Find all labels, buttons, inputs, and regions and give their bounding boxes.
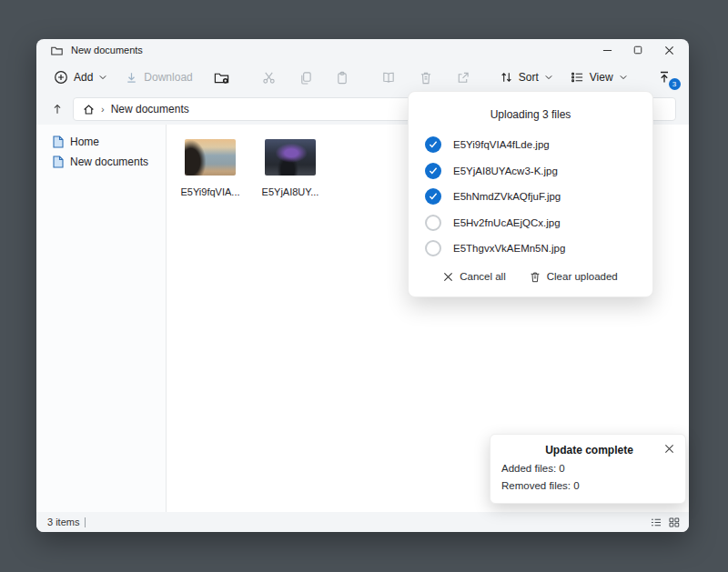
maximize-button[interactable] bbox=[629, 42, 647, 58]
document-icon bbox=[53, 135, 64, 148]
status-divider bbox=[85, 517, 86, 527]
view-button[interactable]: View bbox=[562, 66, 635, 88]
paste-button[interactable] bbox=[325, 66, 359, 89]
sidebar-item-label: New documents bbox=[70, 156, 148, 168]
add-icon bbox=[54, 70, 68, 85]
add-button[interactable]: Add bbox=[46, 65, 115, 89]
upload-file-row[interactable]: E5ThgvxVkAEMn5N.jpg bbox=[425, 236, 636, 262]
upload-count-badge: 3 bbox=[669, 78, 681, 90]
upload-flyout-footer: Cancel all Clear uploaded bbox=[425, 271, 636, 283]
view-switcher bbox=[651, 517, 680, 527]
file-thumbnail bbox=[265, 139, 316, 176]
upload-file-row[interactable]: E5Yi9fqVIA4fLde.jpg bbox=[425, 132, 636, 158]
sort-icon bbox=[500, 71, 513, 84]
upload-flyout-title: Uploading 3 files bbox=[425, 108, 636, 121]
upload-progress-flyout: Uploading 3 files E5Yi9fqVIA4fLde.jpg E5… bbox=[408, 91, 653, 297]
delete-button[interactable] bbox=[409, 66, 443, 89]
toast-added-files: Added files: 0 bbox=[501, 463, 674, 474]
status-bar: 3 items bbox=[36, 512, 689, 532]
check-circle-icon bbox=[425, 188, 441, 205]
upload-status-button[interactable]: 3 bbox=[646, 65, 682, 89]
rename-button[interactable] bbox=[370, 66, 407, 88]
window-title: New documents bbox=[71, 45, 143, 55]
upload-file-row[interactable]: E5YjAI8UYAcw3-K.jpg bbox=[425, 158, 636, 185]
cut-button[interactable] bbox=[251, 66, 287, 89]
window-controls bbox=[598, 42, 682, 58]
pending-circle-icon bbox=[425, 215, 441, 231]
chevron-down-icon bbox=[620, 75, 627, 80]
upload-file-row[interactable]: E5hNmdZVkAQfjuF.jpg bbox=[425, 184, 636, 210]
copy-button[interactable] bbox=[288, 66, 323, 89]
sidebar-item-new-documents[interactable]: New documents bbox=[53, 152, 166, 172]
titlebar[interactable]: New documents bbox=[36, 39, 689, 61]
upload-file-name: E5YjAI8UYAcw3-K.jpg bbox=[453, 166, 558, 176]
sidebar-item-home[interactable]: Home bbox=[53, 132, 166, 152]
sidebar: Home New documents bbox=[36, 125, 166, 512]
close-button[interactable] bbox=[660, 42, 678, 58]
download-status-button[interactable] bbox=[684, 65, 689, 89]
upload-file-name: E5Yi9fqVIA4fLde.jpg bbox=[453, 139, 550, 150]
sort-label: Sort bbox=[519, 71, 539, 84]
nav-up-button[interactable] bbox=[51, 103, 64, 115]
desktop: New documents A bbox=[0, 0, 728, 572]
toast-title: Update complete bbox=[501, 444, 664, 457]
clear-uploaded-button[interactable]: Clear uploaded bbox=[530, 271, 618, 283]
close-icon bbox=[443, 272, 453, 282]
download-icon bbox=[125, 71, 138, 85]
trash-icon bbox=[530, 271, 541, 283]
new-folder-icon bbox=[214, 71, 229, 85]
toast-removed-files: Removed files: 0 bbox=[501, 480, 674, 491]
upload-file-list: E5Yi9fqVIA4fLde.jpg E5YjAI8UYAcw3-K.jpg … bbox=[425, 132, 636, 262]
upload-file-name: E5hNmdZVkAQfjuF.jpg bbox=[453, 191, 561, 202]
toast-close-button[interactable] bbox=[664, 444, 674, 454]
toolbar: Add Download bbox=[36, 61, 689, 94]
share-icon bbox=[456, 71, 470, 85]
home-icon[interactable] bbox=[83, 104, 95, 115]
tiles-view-icon[interactable] bbox=[669, 517, 680, 527]
check-circle-icon bbox=[425, 163, 441, 179]
trash-icon bbox=[420, 71, 432, 85]
download-label: Download bbox=[144, 71, 192, 84]
check-circle-icon bbox=[425, 136, 441, 153]
view-icon bbox=[571, 71, 584, 84]
paste-icon bbox=[336, 71, 349, 85]
clear-uploaded-label: Clear uploaded bbox=[547, 271, 618, 282]
folder-icon bbox=[51, 45, 63, 55]
download-selected-button[interactable]: Download bbox=[116, 66, 200, 89]
chevron-down-icon bbox=[99, 75, 106, 80]
view-label: View bbox=[590, 71, 613, 84]
copy-icon bbox=[299, 71, 312, 85]
file-tile[interactable]: E5YjAI8UY... bbox=[261, 139, 319, 197]
toast-header: Update complete bbox=[501, 444, 674, 457]
share-button[interactable] bbox=[445, 66, 480, 89]
cancel-all-label: Cancel all bbox=[460, 271, 506, 282]
upload-file-name: E5Hv2fnUcAEjQCx.jpg bbox=[453, 217, 561, 228]
new-folder-button[interactable] bbox=[203, 66, 240, 89]
sort-button[interactable]: Sort bbox=[491, 66, 561, 88]
chevron-down-icon bbox=[545, 75, 552, 80]
file-name: E5YjAI8UY... bbox=[262, 186, 319, 197]
file-tile[interactable]: E5Yi9fqVIA... bbox=[181, 139, 239, 197]
file-thumbnail bbox=[185, 139, 236, 176]
document-icon bbox=[53, 156, 64, 168]
cut-icon bbox=[262, 71, 276, 85]
upload-file-row[interactable]: E5Hv2fnUcAEjQCx.jpg bbox=[425, 210, 636, 236]
details-view-icon[interactable] bbox=[651, 517, 662, 527]
breadcrumb-chevron-icon: › bbox=[101, 104, 105, 115]
upload-file-name: E5ThgvxVkAEMn5N.jpg bbox=[453, 243, 565, 254]
minimize-button[interactable] bbox=[598, 42, 616, 58]
breadcrumb-current[interactable]: New documents bbox=[111, 103, 189, 115]
cancel-all-button[interactable]: Cancel all bbox=[443, 271, 506, 283]
update-toast: Update complete Added files: 0 Removed f… bbox=[490, 434, 686, 504]
items-count: 3 items bbox=[47, 517, 79, 527]
add-label: Add bbox=[74, 71, 93, 84]
pending-circle-icon bbox=[425, 240, 441, 256]
sidebar-item-label: Home bbox=[70, 135, 99, 148]
file-name: E5Yi9fqVIA... bbox=[180, 186, 239, 197]
rename-icon bbox=[381, 71, 396, 84]
